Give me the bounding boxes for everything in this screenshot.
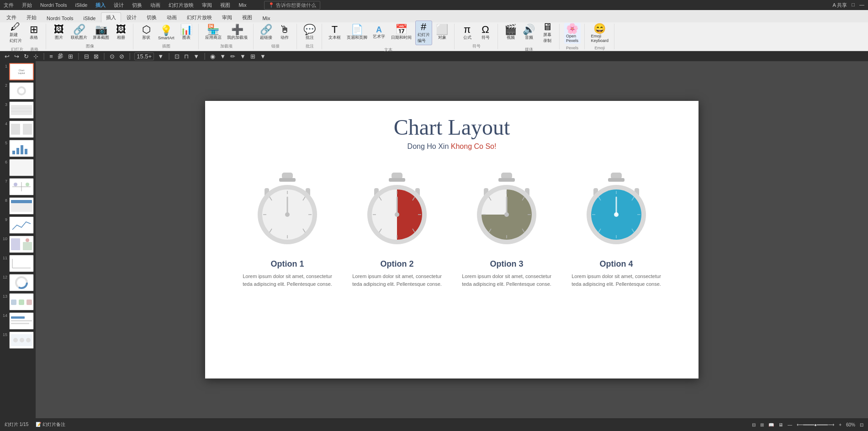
- menu-islide[interactable]: iSlide: [75, 2, 88, 8]
- btn-chart[interactable]: 📊 图表: [178, 24, 195, 42]
- qt-more5[interactable]: ▼: [219, 53, 227, 60]
- qt-undo[interactable]: ↩: [4, 53, 11, 60]
- btn-emoji-keyboard[interactable]: 😄 EmojiKeyboard: [589, 23, 611, 44]
- menu-review[interactable]: 审阅: [202, 2, 212, 9]
- menu-view[interactable]: 视图: [220, 2, 230, 9]
- btn-smartart[interactable]: 💡 SmartArt: [156, 25, 176, 41]
- zoom-in[interactable]: +: [839, 422, 842, 427]
- menu-nordri[interactable]: Nordri Tools: [40, 2, 67, 8]
- qt-param3[interactable]: ⊞: [67, 53, 74, 60]
- view-normal[interactable]: ⊟: [752, 422, 756, 427]
- slide-preview-13[interactable]: [9, 293, 34, 310]
- tab-view[interactable]: 视图: [238, 13, 257, 22]
- tab-islide[interactable]: iSlide: [79, 14, 101, 22]
- slide-preview-9[interactable]: [9, 216, 34, 234]
- slide-thumb-3[interactable]: 3: [2, 101, 34, 119]
- menu-animation[interactable]: 动画: [150, 2, 160, 9]
- btn-hyperlink[interactable]: 🔗 超链接: [258, 24, 275, 42]
- slide-thumb-7[interactable]: 7: [2, 178, 34, 195]
- tab-design[interactable]: 设计: [122, 13, 141, 22]
- slide-preview-3[interactable]: [9, 101, 34, 119]
- btn-symbol[interactable]: Ω 符号: [477, 24, 494, 42]
- slide-preview-4[interactable]: [9, 121, 34, 138]
- btn-myaddin[interactable]: ➕ 我的加载项: [225, 24, 249, 42]
- slide-thumb-14[interactable]: 14: [2, 312, 34, 330]
- btn-header-footer[interactable]: 📄 页眉和页脚: [345, 24, 369, 42]
- tab-insert[interactable]: 插入: [101, 12, 121, 22]
- menu-mix[interactable]: Mix: [238, 2, 246, 8]
- qt-redo[interactable]: ↪: [13, 53, 20, 60]
- slide-thumb-2[interactable]: 2: [2, 82, 34, 100]
- window-restore[interactable]: □: [852, 2, 855, 9]
- slide-preview-1[interactable]: ChartLayout: [9, 63, 34, 80]
- view-slide-sorter[interactable]: ⊞: [760, 422, 764, 427]
- btn-table[interactable]: ⊞ 表格: [26, 24, 42, 42]
- zoom-out[interactable]: —: [788, 422, 792, 427]
- slide-thumb-11[interactable]: 11: [2, 255, 34, 272]
- qt-draw[interactable]: ✏: [229, 53, 236, 60]
- menu-design[interactable]: 设计: [114, 2, 124, 9]
- menu-insert[interactable]: 插入: [95, 2, 106, 9]
- slide-thumb-10[interactable]: 10: [2, 236, 34, 253]
- qt-more1[interactable]: ⊡: [174, 53, 180, 60]
- qt-more6[interactable]: ▼: [239, 53, 247, 60]
- qt-param1[interactable]: ≡: [48, 53, 54, 60]
- btn-screenshot[interactable]: 📷 屏幕截图: [91, 24, 111, 42]
- qt-more2[interactable]: ⊓: [183, 53, 190, 60]
- slide-preview-5[interactable]: [9, 140, 34, 157]
- btn-new-slide[interactable]: 🖊 新建幻灯片: [7, 21, 24, 45]
- btn-comment[interactable]: 💬 批注: [302, 24, 318, 42]
- slide-thumb-13[interactable]: 13: [2, 293, 34, 310]
- btn-shapes[interactable]: ⬡ 形状: [138, 24, 154, 42]
- fit-window[interactable]: ⊡: [860, 422, 863, 427]
- btn-datetime[interactable]: 📅 日期和时间: [389, 24, 413, 42]
- view-presenter[interactable]: 🖥: [778, 422, 783, 427]
- window-minimize[interactable]: —: [859, 2, 864, 9]
- btn-album[interactable]: 🖼 相册: [113, 24, 129, 42]
- slide-thumb-5[interactable]: 5: [2, 140, 34, 157]
- zoom-slider[interactable]: ⟵━━━━●━━━━⟶: [797, 422, 834, 427]
- qt-more3[interactable]: ▼: [192, 53, 200, 60]
- menu-home[interactable]: 开始: [22, 2, 32, 9]
- btn-textbox[interactable]: T 文本框: [327, 24, 343, 42]
- btn-audio[interactable]: 🔊 音频: [521, 24, 537, 42]
- slide-thumb-1[interactable]: 1 ChartLayout: [2, 63, 34, 80]
- slide-preview-10[interactable]: [9, 236, 34, 253]
- btn-formula[interactable]: π 公式: [459, 24, 476, 42]
- slide-preview-14[interactable]: [9, 312, 34, 330]
- tab-switch[interactable]: 切换: [142, 13, 161, 22]
- qt-view2[interactable]: ⊘: [118, 53, 125, 60]
- tab-review[interactable]: 审阅: [217, 13, 237, 22]
- qt-cursor[interactable]: ⊹: [32, 53, 39, 60]
- slide-thumb-8[interactable]: 8: [2, 197, 34, 215]
- share-btn[interactable]: A 共享: [833, 2, 847, 9]
- slide-preview-11[interactable]: [9, 255, 34, 272]
- search-box[interactable]: 📍 告诉你想要做什么: [264, 1, 320, 10]
- slide-thumb-12[interactable]: 12: [2, 274, 34, 291]
- tab-nordri[interactable]: Nordri Tools: [42, 14, 78, 22]
- menu-file[interactable]: 文件: [4, 2, 14, 9]
- btn-open-pexels[interactable]: 🌸 OpenPexels: [564, 23, 581, 44]
- slide-preview-15[interactable]: [9, 331, 34, 349]
- btn-slidenumber[interactable]: # 幻灯片编号: [415, 21, 432, 45]
- tab-slideshow[interactable]: 幻灯片放映: [182, 13, 217, 22]
- qt-view1[interactable]: ⊙: [109, 53, 116, 60]
- btn-online-image[interactable]: 🔗 联机图片: [69, 24, 89, 42]
- btn-object[interactable]: ⬜ 对象: [434, 24, 450, 42]
- qt-param2[interactable]: 參: [57, 52, 64, 60]
- qt-zoom-more[interactable]: ▼: [157, 53, 164, 60]
- slide-preview-8[interactable]: [9, 197, 34, 215]
- slide-thumb-6[interactable]: 6: [2, 159, 34, 176]
- slide-thumb-15[interactable]: 15: [2, 331, 34, 349]
- slide-preview-2[interactable]: [9, 82, 34, 100]
- tab-animation[interactable]: 动画: [162, 13, 181, 22]
- menu-slideshow[interactable]: 幻灯片放映: [169, 2, 194, 9]
- btn-appstore[interactable]: 🏪 应用商店: [203, 24, 223, 42]
- menu-switch[interactable]: 切换: [132, 2, 142, 9]
- slide-preview-7[interactable]: [9, 178, 34, 195]
- tab-mix[interactable]: Mix: [258, 14, 275, 22]
- qt-more4[interactable]: ◉: [209, 53, 216, 60]
- btn-wordart[interactable]: A 艺术字: [371, 25, 387, 41]
- qt-grid[interactable]: ⊞: [249, 53, 256, 60]
- view-reading[interactable]: 📖: [768, 422, 774, 427]
